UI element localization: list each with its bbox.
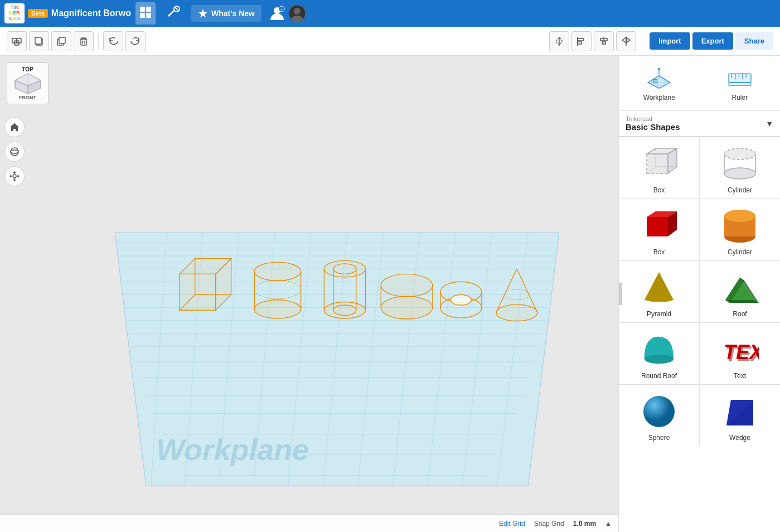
svg-point-76 [254,300,301,318]
shape-wedge[interactable]: Wedge [700,385,780,446]
delete-button[interactable] [74,31,94,51]
redo-button[interactable] [125,31,146,51]
logo-area: TIN KER CAD Beta Magnificent Borwo [4,3,131,23]
home-view-button[interactable] [4,117,25,137]
svg-point-9 [294,8,301,14]
shape-sphere-label: Sphere [648,434,670,442]
import-button[interactable]: Import [650,32,690,50]
library-category-prefix: Tinkercad [626,115,680,122]
main-content: TOP FRONT [0,56,780,532]
ruler-tool[interactable]: Ruler [700,61,781,105]
ruler-icon [726,65,753,91]
svg-point-10 [292,16,303,22]
share-button[interactable]: Share [735,32,773,50]
svg-point-125 [724,168,755,179]
workplane-viewport[interactable]: Workplane [61,109,613,501]
view-cube[interactable]: TOP FRONT [7,62,51,107]
undo-button[interactable] [103,31,123,51]
shape-text[interactable]: TEXT TEXT Text [700,323,780,384]
workplane-tool[interactable]: Workplane [619,61,700,105]
svg-rect-15 [35,37,41,44]
svg-marker-135 [645,272,674,302]
shape-box-solid[interactable]: Box [619,199,699,260]
snap-grid-label: Snap Grid [534,520,564,528]
shape-wedge-label: Wedge [729,434,750,442]
svg-point-34 [11,150,18,153]
group-button[interactable] [7,31,27,51]
svg-point-124 [724,148,755,159]
snap-up-button[interactable]: ▲ [605,520,612,528]
workplane-icon [646,65,672,91]
canvas-area[interactable]: TOP FRONT [0,56,618,532]
panel-collapse-button[interactable]: › [618,283,622,305]
ruler-label: Ruler [731,94,748,101]
library-category-name[interactable]: Basic Shapes [626,122,680,132]
edit-toolbar: Import Export Share [0,27,780,56]
shape-cylinder-solid-label: Cylinder [728,248,752,256]
svg-rect-2 [140,13,145,18]
shape-round-roof-label: Round Roof [641,372,677,380]
whats-new-button[interactable]: What's New [191,5,261,22]
shape-box-solid-label: Box [653,248,665,256]
workplane-svg: Workplane [61,109,613,501]
shapes-panel: › Workplane [618,56,780,532]
svg-point-140 [645,355,674,364]
svg-rect-3 [146,13,151,18]
shape-box-wireframe[interactable]: Box [619,137,699,199]
align-center-button[interactable] [594,31,614,51]
view-cube-box[interactable]: TOP FRONT [7,62,49,104]
view-front-label: FRONT [19,95,36,100]
shape-roof[interactable]: Roof [700,261,780,322]
toolbar-separator [98,33,99,50]
workplane-ruler-row: Workplane Ruler [619,56,780,111]
workplane-label: Workplane [643,94,675,101]
svg-marker-146 [726,400,753,425]
svg-marker-118 [647,154,668,173]
grid-view-button[interactable] [135,2,156,25]
svg-marker-101 [648,76,670,88]
svg-rect-13 [14,41,19,45]
svg-marker-117 [729,83,751,86]
pan-button[interactable] [4,166,25,186]
view-top-label: TOP [22,66,33,72]
svg-rect-17 [59,37,65,43]
svg-point-133 [724,210,755,222]
edit-grid-button[interactable]: Edit Grid [499,520,525,528]
svg-point-94 [450,294,471,305]
tools-button[interactable] [162,1,185,26]
duplicate-button[interactable] [51,31,71,51]
flip-button[interactable] [616,31,636,51]
svg-point-89 [381,296,433,319]
svg-text:Workplane: Workplane [156,433,309,466]
mirror-button[interactable] [549,31,569,51]
snap-grid-value: 1.0 mm [573,520,596,528]
svg-rect-1 [146,7,151,12]
project-name[interactable]: Magnificent Borwo [51,8,131,18]
shape-round-roof[interactable]: Round Roof [619,323,699,384]
svg-point-88 [381,274,433,297]
svg-point-82 [324,302,365,318]
copy-button[interactable] [29,31,49,51]
user-account-area[interactable]: + [268,4,306,22]
category-dropdown-button[interactable]: ▼ [766,119,773,128]
orbit-button[interactable] [4,142,25,162]
svg-point-80 [324,260,365,277]
shape-roof-label: Roof [733,310,747,318]
svg-point-33 [11,148,18,156]
shape-text-label: Text [734,372,746,380]
export-button[interactable]: Export [692,32,733,50]
shape-pyramid-label: Pyramid [647,310,671,318]
align-left-button[interactable] [571,31,592,51]
shape-cylinder-wireframe[interactable]: Cylinder [700,137,780,199]
shape-cylinder-solid[interactable]: Cylinder [700,199,780,260]
svg-point-103 [658,68,660,70]
shape-pyramid[interactable]: Pyramid [619,261,699,322]
svg-marker-128 [647,217,668,236]
tinkercad-logo: TIN KER CAD [4,3,25,23]
svg-point-97 [496,304,537,321]
shape-box-wireframe-label: Box [653,186,665,194]
svg-point-75 [254,262,301,280]
shape-sphere[interactable]: Sphere [619,385,699,446]
svg-text:TEXT: TEXT [725,342,759,365]
beta-badge: Beta [28,9,48,18]
